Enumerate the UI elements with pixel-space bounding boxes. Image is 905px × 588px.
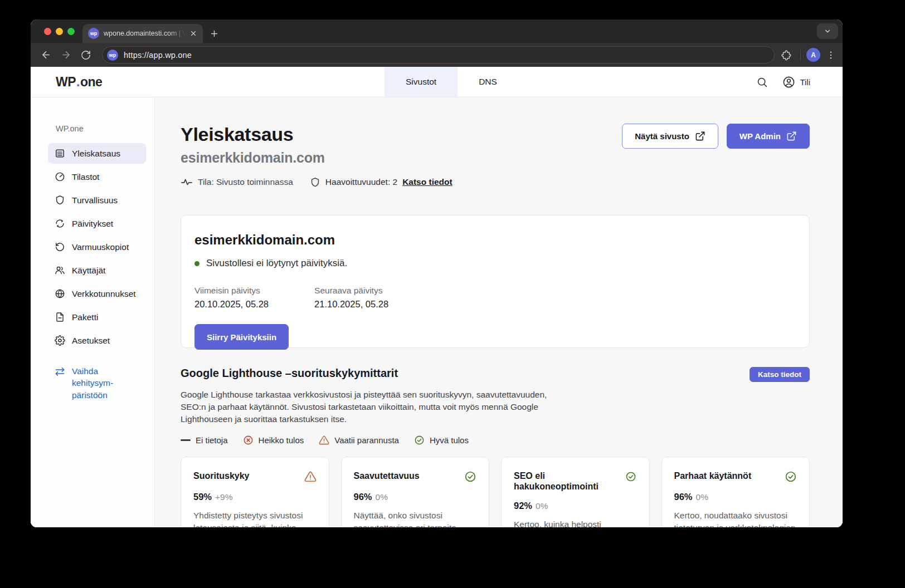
circle-check-icon [464, 471, 476, 483]
view-site-button[interactable]: Näytä sivusto [622, 124, 718, 149]
profile-avatar[interactable]: A [806, 48, 820, 62]
zoom-window-button[interactable] [67, 28, 75, 35]
toolbar-right: A [778, 47, 836, 63]
sidebar: WP.one Yleiskatsaus Tilastot Turvallisuu… [31, 97, 155, 527]
metric-score: 59% [193, 492, 212, 502]
metric-card-seo: SEO eli hakukoneoptimointi 92%0% Kertoo,… [501, 457, 650, 527]
logo-wp: WP [56, 75, 76, 90]
legend-no-data: Ei tietoja [181, 435, 228, 445]
updates-status-text: Sivustollesi ei löytynyt päivityksiä. [206, 258, 347, 269]
switch-environment-link[interactable]: Vaihda kehitysym­päristöön [55, 365, 133, 401]
main-content: Yleiskatsaus esimerkkidomain.com Tila: S… [155, 97, 843, 527]
sidebar-item-verkkotunnukset[interactable]: Verkkotunnukset [48, 283, 146, 304]
activity-pulse-icon [181, 176, 193, 188]
next-update-label: Seuraava päivitys [314, 286, 388, 296]
user-circle-icon [782, 76, 795, 89]
lighthouse-title: Google Lighthouse –suorituskykymittarit [181, 367, 398, 380]
sidebar-item-asetukset[interactable]: Asetukset [48, 330, 146, 351]
external-link-icon [786, 131, 797, 141]
sidebar-item-label: Käyttäjät [72, 266, 105, 276]
circle-check-icon [785, 471, 797, 483]
metric-title: Saavutettavuus [354, 471, 420, 481]
updates-card-domain: esimerkkidomain.com [194, 232, 794, 248]
sidebar-item-label: Yleiskatsaus [72, 149, 120, 159]
shield-icon [310, 177, 320, 188]
account-button[interactable]: Tili [782, 76, 810, 89]
tab-sivustot[interactable]: Sivustot [385, 67, 458, 97]
sidebar-item-label: Verkkotunnukset [72, 289, 136, 299]
sidebar-item-paivitykset[interactable]: Päivitykset [48, 213, 146, 234]
new-tab-button[interactable] [210, 29, 219, 38]
browser-tabstrip: wp wpone.domaintesti.com | WP [31, 19, 843, 43]
metric-title: Suorituskyky [193, 471, 249, 481]
metric-title: Parhaat käytännöt [674, 471, 752, 481]
go-to-updates-button[interactable]: Siirry Päivityksiin [194, 324, 289, 350]
dash-icon [181, 439, 191, 441]
metric-description: Näyttää, onko sivustosi saavutettavissa … [354, 509, 477, 527]
header-right: Tili [756, 67, 843, 97]
wp-admin-label: WP Admin [739, 131, 781, 141]
tab-favicon: wp [88, 28, 99, 39]
page-domain: esimerkkidomain.com [181, 150, 452, 166]
last-update-label: Viimeisin päivitys [194, 286, 269, 296]
search-icon[interactable] [756, 76, 768, 88]
legend-weak-result: Heikko tulos [243, 435, 304, 445]
reload-button[interactable] [77, 47, 94, 63]
sidebar-item-kayttajat[interactable]: Käyttäjät [48, 260, 146, 281]
tab-title: wpone.domaintesti.com | WP [104, 30, 185, 37]
wpone-logo[interactable]: WP.one [56, 67, 102, 97]
close-window-button[interactable] [44, 28, 51, 35]
minimize-window-button[interactable] [56, 28, 63, 35]
tab-dns[interactable]: DNS [458, 67, 518, 97]
legend-label: Vaatii parannusta [334, 435, 399, 445]
metric-card-saavutettavuus: Saavutettavuus 96%0% Näyttää, onko sivus… [341, 457, 490, 527]
metric-score: 96% [674, 492, 693, 502]
circle-check-icon [625, 471, 636, 483]
wp-admin-button[interactable]: WP Admin [727, 124, 810, 149]
swap-arrows-icon [55, 366, 65, 377]
refresh-icon [55, 218, 65, 229]
wpone-app: WP.one Sivustot DNS Tili [31, 67, 843, 527]
forward-button[interactable] [57, 47, 74, 63]
browser-tab[interactable]: wp wpone.domaintesti.com | WP [82, 24, 203, 43]
updates-card: esimerkkidomain.com Sivustollesi ei löyt… [181, 215, 810, 348]
lighthouse-description: Google Lighthouse tarkastaa verkkosivust… [181, 389, 557, 425]
metric-score: 92% [514, 501, 532, 511]
url-bar[interactable]: wp https://app.wp.one [102, 46, 775, 63]
last-update-value: 20.10.2025, 05.28 [194, 299, 269, 310]
sidebar-item-label: Varmuuskopiot [72, 242, 129, 252]
circle-x-icon [243, 435, 254, 445]
browser-menu-icon[interactable] [826, 50, 836, 60]
sidebar-item-turvallisuus[interactable]: Turvallisuus [48, 190, 146, 210]
tab-search-chevron-button[interactable] [817, 23, 838, 39]
history-icon [55, 242, 65, 252]
switch-environment-label: Vaihda kehitysym­päristöön [72, 365, 133, 401]
metric-delta: 0% [536, 501, 548, 511]
sidebar-item-label: Asetukset [72, 336, 110, 346]
metric-description: Kertoo, noudattaako sivustosi tietoturva… [674, 509, 797, 527]
tab-close-icon[interactable] [189, 30, 197, 37]
metric-card-suorituskyky: Suorituskyky 59%+9% Yhdistetty pisteytys… [181, 457, 329, 527]
url-text: https://app.wp.one [124, 51, 192, 60]
sidebar-item-tilastot[interactable]: Tilastot [48, 166, 146, 187]
warning-triangle-icon [319, 435, 329, 445]
extensions-puzzle-icon[interactable] [778, 47, 795, 63]
sidebar-item-varmuuskopiot[interactable]: Varmuuskopiot [48, 237, 146, 257]
lighthouse-details-button[interactable]: Katso tiedot [750, 367, 810, 382]
back-button[interactable] [37, 47, 54, 63]
shield-icon [55, 195, 65, 205]
metric-score: 96% [354, 492, 372, 502]
gauge-icon [55, 171, 65, 182]
sidebar-item-yleiskatsaus[interactable]: Yleiskatsaus [48, 143, 146, 164]
desktop-background: wp wpone.domaintesti.com | WP [0, 0, 905, 588]
app-header: WP.one Sivustot DNS Tili [31, 67, 843, 97]
sidebar-item-paketti[interactable]: Paketti [48, 307, 146, 327]
overview-list-icon [55, 148, 65, 159]
url-favicon: wp [107, 50, 118, 61]
vulnerabilities-details-link[interactable]: Katso tiedot [402, 177, 452, 187]
top-nav: Sivustot DNS [385, 67, 518, 97]
logo-dot: . [76, 75, 80, 90]
sidebar-item-label: Päivitykset [72, 219, 113, 229]
legend-good-result: Hyvä tulos [414, 435, 469, 445]
circle-check-icon [414, 435, 425, 445]
